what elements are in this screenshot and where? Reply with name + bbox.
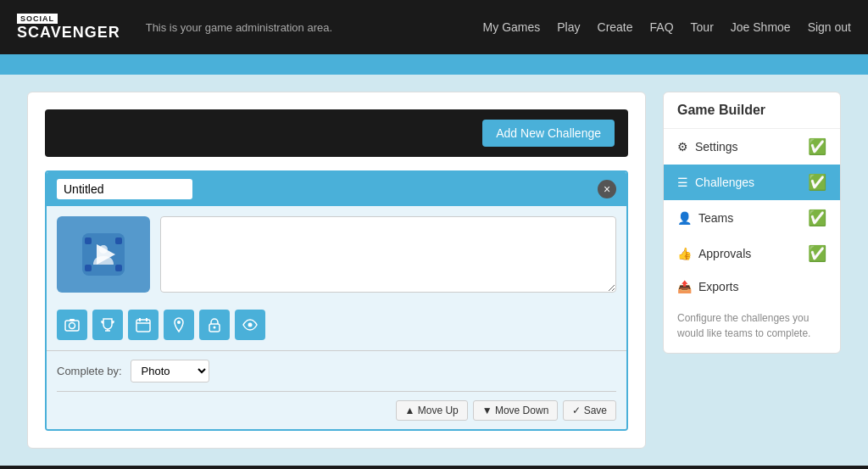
camera-icon xyxy=(64,317,80,332)
sidebar-exports-label: Exports xyxy=(698,280,738,293)
sidebar-item-approvals[interactable]: 👍 Approvals ✅ xyxy=(664,236,840,271)
calendar-icon xyxy=(136,317,151,332)
game-builder-title: Game Builder xyxy=(664,92,840,129)
header-tagline: This is your game administration area. xyxy=(146,21,483,34)
sidebar-item-challenges-left: ☰ Challenges xyxy=(677,176,754,189)
location-tool-button[interactable] xyxy=(164,310,194,340)
photo-tool-button[interactable] xyxy=(57,310,87,340)
sign-out-link[interactable]: Sign out xyxy=(808,20,851,34)
challenge-image xyxy=(57,216,150,293)
challenge-close-button[interactable]: × xyxy=(598,180,616,198)
blue-stripe xyxy=(0,54,868,75)
header-nav: My Games Play Create FAQ Tour Joe Shmoe … xyxy=(483,20,851,34)
location-icon xyxy=(171,317,186,332)
add-challenge-bar: Add New Challenge xyxy=(45,109,628,157)
move-up-button[interactable]: ▲ Move Up xyxy=(396,400,468,421)
nav-faq[interactable]: FAQ xyxy=(650,20,674,34)
sidebar-item-teams[interactable]: 👤 Teams ✅ xyxy=(664,200,840,236)
logo-social: SOCIAL xyxy=(17,14,58,24)
sidebar-description: Configure the challenges you would like … xyxy=(664,302,840,353)
action-buttons: ▲ Move Up ▼ Move Down ✓ Save xyxy=(57,391,616,421)
left-panel: Add New Challenge × xyxy=(27,92,646,449)
sidebar-item-teams-left: 👤 Teams xyxy=(677,211,733,225)
sidebar-item-settings[interactable]: ⚙ Settings ✅ xyxy=(664,129,840,165)
right-panel: Game Builder ⚙ Settings ✅ ☰ Challenges ✅… xyxy=(663,92,841,354)
header: SOCIAL SCAVENGER This is your game admin… xyxy=(0,0,868,54)
lock-tool-button[interactable] xyxy=(199,310,230,340)
svg-point-20 xyxy=(248,323,253,327)
trophy-icon xyxy=(100,317,115,332)
complete-by-select[interactable]: Photo Video Text QR Code xyxy=(131,360,209,382)
challenge-footer: Complete by: Photo Video Text QR Code ▲ … xyxy=(47,350,626,429)
trophy-tool-button[interactable] xyxy=(92,310,123,340)
challenge-image-svg xyxy=(78,229,129,280)
challenges-icon: ☰ xyxy=(677,176,688,189)
complete-by-row: Complete by: Photo Video Text QR Code xyxy=(57,360,616,382)
svg-rect-3 xyxy=(115,237,122,244)
svg-point-19 xyxy=(214,327,216,329)
eye-icon xyxy=(242,317,258,332)
footer: Social Scavenger © 2014. Privacy Policy … xyxy=(0,466,868,469)
svg-rect-4 xyxy=(85,265,92,271)
svg-point-9 xyxy=(70,323,75,329)
nav-create[interactable]: Create xyxy=(598,20,633,34)
approvals-check-icon: ✅ xyxy=(808,244,826,263)
challenge-tools xyxy=(47,303,626,350)
sidebar-item-exports[interactable]: 📤 Exports xyxy=(664,271,840,302)
user-name: Joe Shmoe xyxy=(731,20,791,34)
logo-scavenger: SCAVENGER xyxy=(17,24,120,42)
nav-my-games[interactable]: My Games xyxy=(483,20,541,34)
sidebar-teams-label: Teams xyxy=(698,211,733,225)
sidebar-item-settings-left: ⚙ Settings xyxy=(677,140,738,154)
challenge-body xyxy=(47,206,626,303)
challenge-card: × xyxy=(45,170,628,431)
move-down-button[interactable]: ▼ Move Down xyxy=(473,400,559,421)
sidebar-item-challenges[interactable]: ☰ Challenges ✅ xyxy=(664,165,840,200)
svg-rect-5 xyxy=(115,265,122,271)
svg-rect-10 xyxy=(70,319,75,321)
lock-icon xyxy=(207,317,222,332)
nav-play[interactable]: Play xyxy=(557,20,580,34)
svg-point-17 xyxy=(177,321,181,324)
complete-by-label: Complete by: xyxy=(57,365,122,377)
nav-tour[interactable]: Tour xyxy=(691,20,714,34)
eye-tool-button[interactable] xyxy=(235,310,265,340)
exports-icon: 📤 xyxy=(677,280,692,293)
add-challenge-button[interactable]: Add New Challenge xyxy=(482,120,615,147)
challenge-title-input[interactable] xyxy=(57,179,192,199)
settings-check-icon: ✅ xyxy=(808,137,826,156)
settings-icon: ⚙ xyxy=(677,140,688,154)
challenge-description-textarea[interactable] xyxy=(160,216,616,293)
sidebar-item-approvals-left: 👍 Approvals xyxy=(677,247,751,260)
approvals-icon: 👍 xyxy=(677,247,692,260)
challenge-card-header: × xyxy=(47,172,626,206)
main-content: Add New Challenge × xyxy=(10,92,858,449)
svg-rect-13 xyxy=(136,320,150,332)
challenges-check-icon: ✅ xyxy=(808,173,826,192)
logo: SOCIAL SCAVENGER xyxy=(17,14,120,42)
sidebar-settings-label: Settings xyxy=(695,140,738,154)
sidebar-item-exports-left: 📤 Exports xyxy=(677,280,738,293)
calendar-tool-button[interactable] xyxy=(128,310,159,340)
sidebar-approvals-label: Approvals xyxy=(698,247,751,260)
teams-check-icon: ✅ xyxy=(808,209,826,227)
svg-rect-2 xyxy=(85,237,92,244)
save-button[interactable]: ✓ Save xyxy=(563,400,616,421)
teams-icon: 👤 xyxy=(677,211,692,225)
svg-point-7 xyxy=(99,245,108,254)
sidebar-challenges-label: Challenges xyxy=(695,176,754,189)
